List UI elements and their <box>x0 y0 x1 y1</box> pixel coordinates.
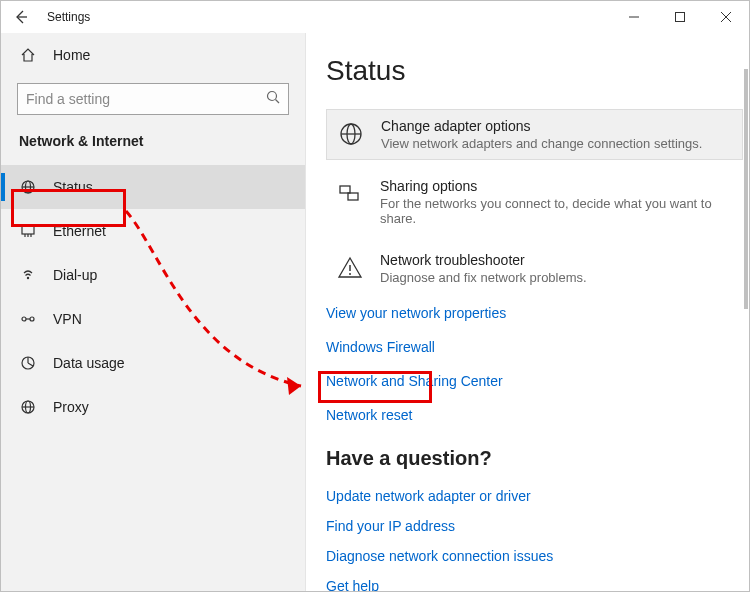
status-icon <box>19 178 37 196</box>
option-title: Sharing options <box>380 178 733 194</box>
scrollbar[interactable] <box>742 33 748 590</box>
vpn-icon <box>19 310 37 328</box>
option-title: Network troubleshooter <box>380 252 587 268</box>
nav-list: Status Ethernet Dial-up <box>1 165 305 429</box>
svg-line-5 <box>276 100 280 104</box>
adapter-icon <box>337 120 365 148</box>
help-diagnose[interactable]: Diagnose network connection issues <box>326 548 743 564</box>
category-title: Network & Internet <box>1 129 305 165</box>
option-text: Change adapter options View network adap… <box>381 118 702 151</box>
svg-point-4 <box>268 92 277 101</box>
page-title: Status <box>326 55 743 87</box>
link-windows-firewall[interactable]: Windows Firewall <box>326 339 743 355</box>
main-panel: Status Change adapter options View netwo… <box>306 33 749 591</box>
svg-rect-9 <box>22 226 34 234</box>
sidebar-item-label: Status <box>53 179 93 195</box>
option-text: Sharing options For the networks you con… <box>380 178 733 226</box>
svg-point-15 <box>30 317 34 321</box>
option-desc: View network adapters and change connect… <box>381 136 702 151</box>
sidebar-item-dialup[interactable]: Dial-up <box>1 253 305 297</box>
search-input[interactable] <box>26 91 266 107</box>
svg-rect-24 <box>340 186 350 193</box>
svg-point-14 <box>22 317 26 321</box>
scrollbar-thumb[interactable] <box>744 69 748 309</box>
titlebar: Settings <box>1 1 749 33</box>
ethernet-icon <box>19 222 37 240</box>
warning-icon <box>336 254 364 282</box>
link-list: View your network properties Windows Fir… <box>326 305 743 423</box>
help-links: Update network adapter or driver Find yo… <box>326 488 743 591</box>
titlebar-left: Settings <box>9 5 90 29</box>
sidebar-item-proxy[interactable]: Proxy <box>1 385 305 429</box>
question-heading: Have a question? <box>326 447 743 470</box>
settings-window: Settings Home Network & Internet <box>0 0 750 592</box>
close-button[interactable] <box>703 1 749 33</box>
home-icon <box>19 46 37 64</box>
sidebar-item-label: Data usage <box>53 355 125 371</box>
link-view-properties[interactable]: View your network properties <box>326 305 743 321</box>
option-title: Change adapter options <box>381 118 702 134</box>
sidebar-item-status[interactable]: Status <box>1 165 305 209</box>
minimize-button[interactable] <box>611 1 657 33</box>
proxy-icon <box>19 398 37 416</box>
option-sharing[interactable]: Sharing options For the networks you con… <box>326 170 743 234</box>
sidebar-item-datausage[interactable]: Data usage <box>1 341 305 385</box>
back-button[interactable] <box>9 5 33 29</box>
search-icon <box>266 90 280 108</box>
dialup-icon <box>19 266 37 284</box>
sidebar-item-label: Ethernet <box>53 223 106 239</box>
sharing-icon <box>336 180 364 208</box>
svg-point-13 <box>27 277 29 279</box>
sidebar-item-label: Proxy <box>53 399 89 415</box>
home-label: Home <box>53 47 90 63</box>
sidebar: Home Network & Internet Status <box>1 33 306 591</box>
svg-point-27 <box>349 273 351 275</box>
sidebar-item-label: VPN <box>53 311 82 327</box>
link-network-reset[interactable]: Network reset <box>326 407 743 423</box>
option-desc: Diagnose and fix network problems. <box>380 270 587 285</box>
svg-rect-25 <box>348 193 358 200</box>
option-desc: For the networks you connect to, decide … <box>380 196 733 226</box>
maximize-button[interactable] <box>657 1 703 33</box>
option-troubleshooter[interactable]: Network troubleshooter Diagnose and fix … <box>326 244 743 293</box>
help-get-help[interactable]: Get help <box>326 578 743 591</box>
option-change-adapter[interactable]: Change adapter options View network adap… <box>326 109 743 160</box>
sidebar-item-vpn[interactable]: VPN <box>1 297 305 341</box>
sidebar-item-ethernet[interactable]: Ethernet <box>1 209 305 253</box>
help-find-ip[interactable]: Find your IP address <box>326 518 743 534</box>
sidebar-item-label: Dial-up <box>53 267 97 283</box>
home-nav[interactable]: Home <box>1 33 305 77</box>
option-text: Network troubleshooter Diagnose and fix … <box>380 252 587 285</box>
help-update-adapter[interactable]: Update network adapter or driver <box>326 488 743 504</box>
link-network-sharing-center[interactable]: Network and Sharing Center <box>326 373 743 389</box>
svg-rect-1 <box>676 13 685 22</box>
window-controls <box>611 1 749 33</box>
body: Home Network & Internet Status <box>1 33 749 591</box>
window-title: Settings <box>47 10 90 24</box>
datausage-icon <box>19 354 37 372</box>
search-box[interactable] <box>17 83 289 115</box>
